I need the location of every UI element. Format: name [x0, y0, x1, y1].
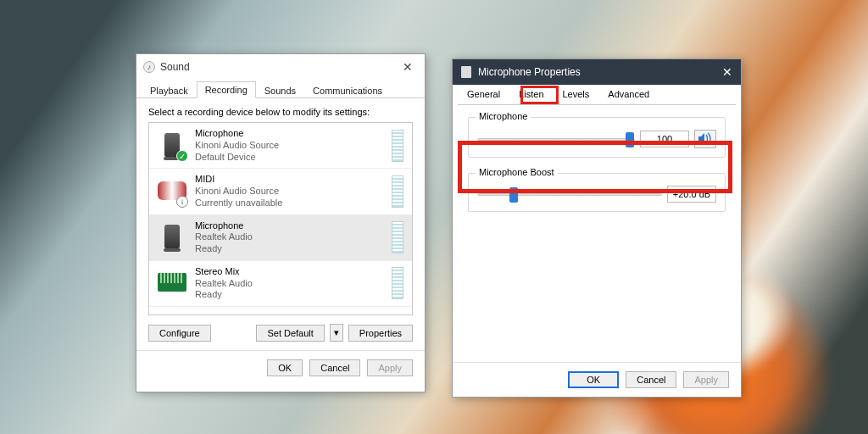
sound-instruction: Select a recording device below to modif…: [136, 98, 425, 122]
microphone-icon: [158, 223, 186, 252]
ok-button[interactable]: OK: [267, 359, 303, 376]
mic-properties-dialog: Microphone Properties ✕ General Listen L…: [452, 58, 742, 398]
close-icon[interactable]: ✕: [722, 65, 732, 79]
apply-button: Apply: [367, 359, 413, 376]
sound-dialog: ♪ Sound ✕ Playback Recording Sounds Comm…: [136, 53, 426, 392]
device-row-mic-realtek[interactable]: Microphone Realtek Audio Ready: [149, 215, 412, 261]
slider-thumb[interactable]: [509, 187, 518, 203]
set-default-dropdown[interactable]: ▾: [330, 324, 343, 342]
level-meter: [392, 175, 403, 208]
sound-icon: ♪: [143, 61, 155, 73]
set-default-button[interactable]: Set Default: [256, 325, 324, 342]
mic-titlebar[interactable]: Microphone Properties ✕: [453, 59, 741, 85]
device-text: MIDI Kinoni Audio Source Currently unava…: [195, 174, 282, 209]
device-row-midi[interactable]: ↓ MIDI Kinoni Audio Source Currently una…: [149, 169, 412, 214]
device-text: Microphone Kinoni Audio Source Default D…: [195, 128, 279, 163]
speaker-icon: [698, 132, 713, 146]
sound-card-icon: [158, 269, 186, 298]
sound-tabs: Playback Recording Sounds Communications: [136, 80, 425, 98]
cancel-button[interactable]: Cancel: [626, 371, 676, 388]
cancel-button[interactable]: Cancel: [309, 359, 360, 376]
tab-sounds[interactable]: Sounds: [256, 82, 304, 98]
ok-button[interactable]: OK: [568, 371, 619, 388]
sound-titlebar[interactable]: ♪ Sound ✕: [136, 54, 425, 80]
device-text: Microphone Realtek Audio Ready: [195, 220, 253, 255]
device-buttons-row: Configure Set Default ▾ Properties: [136, 315, 425, 350]
properties-button[interactable]: Properties: [348, 325, 413, 342]
tab-communications[interactable]: Communications: [304, 82, 391, 98]
down-arrow-badge-icon: ↓: [176, 196, 188, 208]
microphone-icon: ✓: [158, 131, 186, 160]
tab-listen[interactable]: Listen: [509, 85, 553, 105]
tab-playback[interactable]: Playback: [142, 82, 197, 98]
mic-footer-buttons: OK Cancel Apply: [453, 362, 741, 397]
configure-button[interactable]: Configure: [148, 325, 211, 342]
level-meter: [392, 221, 403, 253]
tab-levels[interactable]: Levels: [554, 85, 599, 105]
microphone-level-section: Microphone 100: [468, 117, 726, 158]
microphone-boost-section: Microphone Boost +20.0 dB: [468, 173, 726, 212]
mic-tabs: General Listen Levels Advanced: [458, 85, 736, 105]
device-row-mic-kinoni[interactable]: ✓ Microphone Kinoni Audio Source Default…: [149, 123, 412, 169]
microphone-level-label: Microphone: [476, 111, 531, 121]
midi-cable-icon: ↓: [158, 177, 186, 206]
device-list[interactable]: ✓ Microphone Kinoni Audio Source Default…: [148, 122, 413, 315]
microphone-icon: [461, 66, 471, 78]
mute-toggle-button[interactable]: [694, 130, 716, 148]
level-meter: [392, 130, 403, 162]
slider-thumb[interactable]: [626, 132, 634, 147]
apply-button: Apply: [683, 371, 729, 388]
level-meter: [392, 267, 403, 299]
microphone-level-slider[interactable]: [477, 138, 635, 141]
device-row-stereo-mix[interactable]: Stereo Mix Realtek Audio Ready: [149, 261, 412, 307]
microphone-level-value[interactable]: 100: [640, 131, 689, 147]
close-icon[interactable]: ✕: [398, 60, 418, 74]
mic-title-text: Microphone Properties: [478, 66, 581, 78]
device-text: Stereo Mix Realtek Audio Ready: [195, 266, 253, 301]
tab-advanced[interactable]: Advanced: [598, 85, 659, 105]
microphone-boost-slider[interactable]: [477, 193, 662, 196]
tab-general[interactable]: General: [458, 85, 509, 105]
mic-body: General Listen Levels Advanced Microphon…: [453, 85, 741, 212]
sound-footer-buttons: OK Cancel Apply: [136, 350, 425, 385]
microphone-boost-value[interactable]: +20.0 dB: [667, 186, 716, 203]
tab-recording[interactable]: Recording: [197, 81, 256, 98]
sound-title-text: Sound: [160, 61, 190, 73]
microphone-boost-label: Microphone Boost: [476, 167, 558, 177]
check-badge-icon: ✓: [176, 150, 188, 162]
